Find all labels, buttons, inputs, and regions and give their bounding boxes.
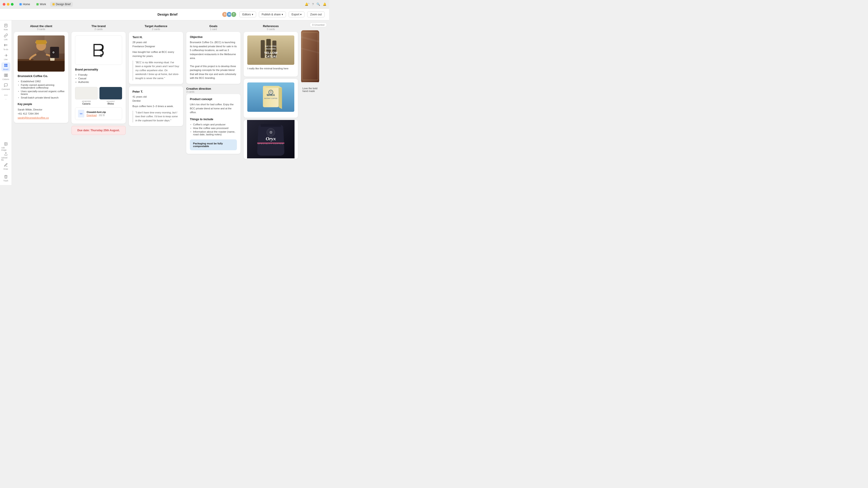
overflow-ref-caption: Love the bold hand made <box>303 87 318 92</box>
sidebar-item-board[interactable]: Board <box>1 62 10 71</box>
draw-label: Draw <box>4 168 8 170</box>
tab-home[interactable]: Home <box>17 2 32 7</box>
close-button[interactable] <box>3 3 5 6</box>
bullet-organic: Uses specially-sourced organic coffee be… <box>18 90 65 96</box>
sidebar-item-line[interactable]: Line <box>1 53 10 61</box>
svg-rect-24 <box>18 60 65 72</box>
publish-share-button[interactable]: Publish & share ▾ <box>259 11 286 18</box>
column-label: Column <box>2 78 9 80</box>
swatch-rhino-name: Rhino <box>99 103 122 105</box>
sidebar-item-add-image[interactable]: Add image <box>1 142 10 151</box>
goals-title: Goals <box>186 24 241 28</box>
tab-design-brief[interactable]: Design Brief <box>50 2 73 7</box>
comment-label: Comment <box>2 88 10 90</box>
ref-1-image: BAY COFFEE ROASTERS YELLOW CATUAI <box>247 35 294 65</box>
zoomout-button[interactable]: Zoom out <box>307 11 324 18</box>
svg-rect-14 <box>6 74 7 76</box>
overflow-ref-svg <box>301 30 319 82</box>
brand-title: The brand <box>71 24 126 28</box>
editors-button[interactable]: Editors ▾ <box>239 11 256 18</box>
persona-peter-occupation: Dentist <box>132 99 180 103</box>
svg-text:YELLOW: YELLOW <box>264 51 278 55</box>
sidebar-item-comment[interactable]: Comment <box>1 82 10 91</box>
svg-rect-5 <box>4 45 5 46</box>
sidebar-item-draw[interactable]: Draw <box>1 162 10 171</box>
overflow-reference-column: Love the bold hand made <box>301 23 319 181</box>
svg-point-19 <box>5 143 5 144</box>
sidebar-item-trash[interactable]: Trash <box>1 174 10 183</box>
key-people-section: Key people Sarah Wilde, Director +61 412… <box>18 103 65 119</box>
include-roaster: Information about the roaster (name, roa… <box>190 130 237 136</box>
export-button[interactable]: Export ▾ <box>289 11 305 18</box>
avatar-group: S M T <box>222 11 237 18</box>
swatch-cararra: #F0EFEB Cararra <box>75 87 98 105</box>
bay-coffee-svg: BAY COFFEE ROASTERS YELLOW CATUAI <box>247 35 294 65</box>
about-client-card[interactable]: Brunswick Coffee Co. Established 1962 Fa… <box>14 32 68 123</box>
svg-text:ROASTERS: ROASTERS <box>266 48 276 50</box>
font-file-size-val: 202 B <box>99 114 105 117</box>
persona-terri-occupation: Freelance Designer <box>132 44 180 48</box>
brand-header: The brand 2 cards <box>71 23 126 32</box>
creative-direction-count: 3 cards <box>186 90 241 93</box>
svg-text:CATUAI: CATUAI <box>265 55 276 58</box>
sidebar-item-todo[interactable]: To-do <box>1 42 10 52</box>
target-audience-count: 2 cards <box>129 28 183 31</box>
include-processed: How the coffee was processed <box>190 126 237 130</box>
reference-3-card[interactable]: Oryx SPECIALTY COFFEE ✿ <box>244 120 298 159</box>
minimize-button[interactable] <box>7 3 9 6</box>
svg-text:Oryx: Oryx <box>266 136 276 141</box>
product-concept-text: Life's too short for bad coffee. Enjoy t… <box>190 103 237 115</box>
sidebar-item-note[interactable]: Note <box>1 23 10 32</box>
comment-icon <box>4 83 8 87</box>
reference-2-card[interactable]: WAKA INSTANT COFFEE ☕ <box>244 79 298 118</box>
persona-peter-behavior: Buys coffee here 2–3 times a week. <box>132 104 180 108</box>
brand-card[interactable]: 2 Brand personality Friendly Casual Auth… <box>71 32 126 124</box>
todo-icon <box>4 43 8 47</box>
board-icon <box>4 63 8 67</box>
creative-direction-card[interactable]: Product concept Life's too short for bad… <box>186 94 241 154</box>
key-people-email[interactable]: sarah@brunswickcoffee.co <box>18 116 49 119</box>
font-download-link[interactable]: Download <box>87 114 96 117</box>
maximize-button[interactable] <box>11 3 13 6</box>
target-audience-column: Target Audience 2 cards Terri H. 28 year… <box>129 23 183 181</box>
notification-icon[interactable]: 🔔1 <box>305 2 309 6</box>
sidebar-item-upload-file[interactable]: Upload file <box>1 152 10 161</box>
tab-work-label: Work <box>40 3 46 6</box>
tab-work[interactable]: Work <box>34 2 49 7</box>
persona-peter-card[interactable]: Peter T. 41 years old Dentist Buys coffe… <box>129 86 183 126</box>
about-client-bullets: Established 1962 Family owned award-winn… <box>18 79 65 99</box>
sidebar-item-link[interactable]: Link <box>1 33 10 41</box>
objective-title: Objective <box>190 35 237 39</box>
persona-terri-card[interactable]: Terri H. 28 years old Freelance Designer… <box>129 32 183 84</box>
svg-rect-13 <box>5 74 6 76</box>
search-icon[interactable]: 🔍 <box>316 2 320 6</box>
references-header: References 3 cards <box>244 23 298 32</box>
key-people-name: Sarah Wilde, Director <box>18 107 65 111</box>
creative-direction-header: Creative direction 3 cards <box>186 86 241 94</box>
line-label: Line <box>4 58 7 61</box>
swatch-rhino-hex: #2A4257 <box>99 100 122 103</box>
main-layout: Note Link To-do Line <box>0 20 329 185</box>
target-audience-header: Target Audience 2 cards <box>129 23 183 32</box>
key-people-phone: +61 412 7264 394 <box>18 111 65 116</box>
line-icon <box>4 53 8 57</box>
question-icon[interactable]: ? <box>312 2 314 6</box>
personality-authentic: Authentic <box>75 80 122 84</box>
brand-personality-list: Friendly Casual Authentic <box>75 73 122 84</box>
things-to-include-list: Coffee's origin and producer How the cof… <box>190 123 237 136</box>
more-icon <box>4 93 8 97</box>
goals-card[interactable]: Objective Brunswick Coffee Co. (BCC) is … <box>186 32 241 84</box>
tab-design-brief-label: Design Brief <box>56 3 70 6</box>
bell-icon[interactable]: 🔔 <box>323 2 327 6</box>
overflow-ref-caption-container: Love the bold hand made <box>301 85 319 92</box>
sidebar-item-more[interactable]: ··· <box>1 92 10 101</box>
titlebar: Home Work Design Brief 🔔1 ? 🔍 🔔 <box>0 0 329 8</box>
client-image <box>18 35 65 72</box>
svg-text:INSTANT COFFEE: INSTANT COFFEE <box>264 98 278 99</box>
draw-icon <box>4 163 8 167</box>
reference-1-card[interactable]: BAY COFFEE ROASTERS YELLOW CATUAI I real… <box>244 32 298 76</box>
svg-text:SPECIALTY COFFEE: SPECIALTY COFFEE <box>258 143 284 144</box>
overflow-ref-card <box>301 30 319 83</box>
font-file-info: Oswald-font.zip Download · 202 B <box>87 111 106 117</box>
sidebar-item-column[interactable]: Column <box>1 72 10 81</box>
